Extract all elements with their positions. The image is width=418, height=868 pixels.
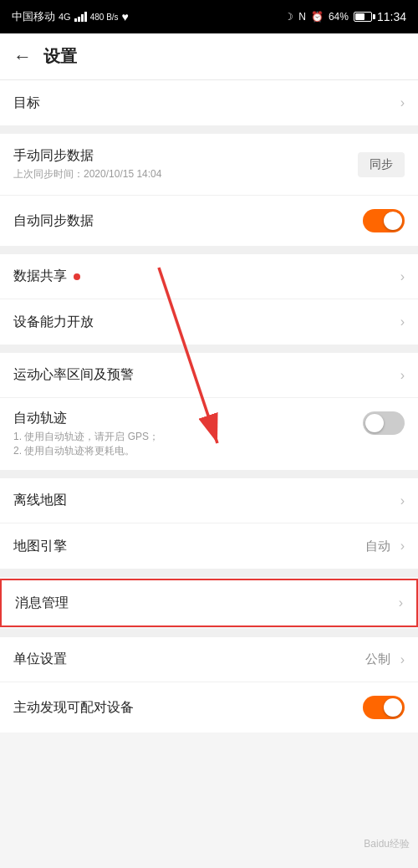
section-divider-6 [0, 629, 418, 637]
map-engine-value: 自动 [365, 539, 390, 554]
sync-button[interactable]: 同步 [358, 152, 405, 177]
status-left: 中国移动 4G 480 B/s ♥ [12, 9, 129, 24]
chevron-icon: › [400, 539, 405, 554]
auto-track-toggle[interactable] [363, 411, 405, 435]
heart-icon: ♥ [122, 10, 129, 23]
section-unit: 单位设置 公制 › 主动发现可配对设备 [0, 637, 418, 733]
goal-label: 目标 [13, 94, 400, 112]
settings-content: 目标 › 手动同步数据 上次同步时间：2020/10/15 14:04 同步 自… [0, 80, 418, 868]
speed-label: 480 B/s [90, 13, 119, 22]
section-target: 目标 › [0, 80, 418, 125]
section-sync: 手动同步数据 上次同步时间：2020/10/15 14:04 同步 自动同步数据 [0, 134, 418, 246]
section-divider-4 [0, 470, 418, 478]
auto-sync-toggle[interactable] [363, 209, 405, 232]
device-ability-item[interactable]: 设备能力开放 › [0, 299, 418, 345]
offline-map-label: 离线地图 [13, 492, 400, 509]
data-share-item[interactable]: 数据共享 › [0, 254, 418, 299]
chevron-icon: › [400, 493, 405, 508]
status-right: ☽ N ⏰ 64% 11:34 [284, 10, 406, 23]
auto-track-sub: 1. 使用自动轨迹，请开启 GPS；2. 使用自动轨迹将更耗电。 [13, 430, 363, 458]
device-ability-label: 设备能力开放 [13, 314, 400, 331]
red-dot-icon [74, 273, 80, 280]
unit-setting-item[interactable]: 单位设置 公制 › [0, 637, 418, 682]
section-divider-3 [0, 345, 418, 353]
offline-map-item[interactable]: 离线地图 › [0, 478, 418, 523]
carrier-label: 中国移动 [12, 9, 55, 24]
auto-track-label: 自动轨迹 [13, 410, 363, 427]
chevron-icon: › [400, 652, 405, 667]
toggle-thumb [384, 212, 402, 230]
section-sport: 运动心率区间及预警 › 自动轨迹 1. 使用自动轨迹，请开启 GPS；2. 使用… [0, 353, 418, 470]
section-divider-5 [0, 569, 418, 577]
toggle-thumb [384, 698, 402, 717]
chevron-icon: › [399, 595, 403, 610]
data-share-label: 数据共享 [13, 268, 400, 285]
heart-zone-label: 运动心率区间及预警 [13, 366, 400, 384]
chevron-icon: › [400, 368, 405, 383]
time-label: 11:34 [377, 10, 406, 23]
chevron-icon: › [400, 95, 405, 110]
auto-discover-label: 主动发现可配对设备 [13, 699, 363, 717]
page-title: 设置 [43, 45, 77, 68]
manual-sync-label: 手动同步数据 [13, 147, 358, 165]
auto-sync-label: 自动同步数据 [13, 212, 363, 230]
back-button[interactable]: ← [13, 46, 32, 68]
header: ← 设置 [0, 33, 418, 80]
map-engine-item[interactable]: 地图引擎 自动 › [0, 523, 418, 569]
toggle-thumb [365, 414, 384, 432]
msg-manage-label: 消息管理 [15, 595, 399, 612]
goal-item[interactable]: 目标 › [0, 80, 418, 125]
auto-discover-toggle[interactable] [363, 696, 405, 719]
clock-icon: ⏰ [311, 11, 324, 23]
map-engine-label: 地图引擎 [13, 538, 365, 555]
notification-icon: N [298, 11, 306, 23]
section-message: 消息管理 › [0, 579, 418, 627]
watermark: Baidu经验 [364, 837, 410, 851]
network-label: 4G [59, 12, 71, 22]
section-data: 数据共享 › 设备能力开放 › [0, 254, 418, 345]
section-divider-1 [0, 125, 418, 134]
auto-track-item[interactable]: 自动轨迹 1. 使用自动轨迹，请开启 GPS；2. 使用自动轨迹将更耗电。 [0, 398, 418, 470]
heart-zone-item[interactable]: 运动心率区间及预警 › [0, 353, 418, 398]
unit-setting-value: 公制 [365, 651, 390, 667]
msg-manage-item[interactable]: 消息管理 › [2, 580, 416, 625]
section-divider-2 [0, 246, 418, 254]
section-map: 离线地图 › 地图引擎 自动 › [0, 478, 418, 569]
signal-icon [74, 12, 87, 22]
auto-discover-item[interactable]: 主动发现可配对设备 [0, 682, 418, 733]
battery-icon [354, 12, 372, 22]
status-bar: 中国移动 4G 480 B/s ♥ ☽ N ⏰ 64% 11:34 [0, 0, 418, 33]
chevron-icon: › [400, 314, 405, 329]
manual-sync-sub: 上次同步时间：2020/10/15 14:04 [13, 167, 358, 181]
battery-percent: 64% [329, 11, 349, 23]
unit-setting-label: 单位设置 [13, 651, 365, 668]
chevron-icon: › [400, 269, 405, 284]
dnd-icon: ☽ [284, 11, 293, 23]
manual-sync-item[interactable]: 手动同步数据 上次同步时间：2020/10/15 14:04 同步 [0, 134, 418, 196]
auto-sync-item[interactable]: 自动同步数据 [0, 196, 418, 246]
